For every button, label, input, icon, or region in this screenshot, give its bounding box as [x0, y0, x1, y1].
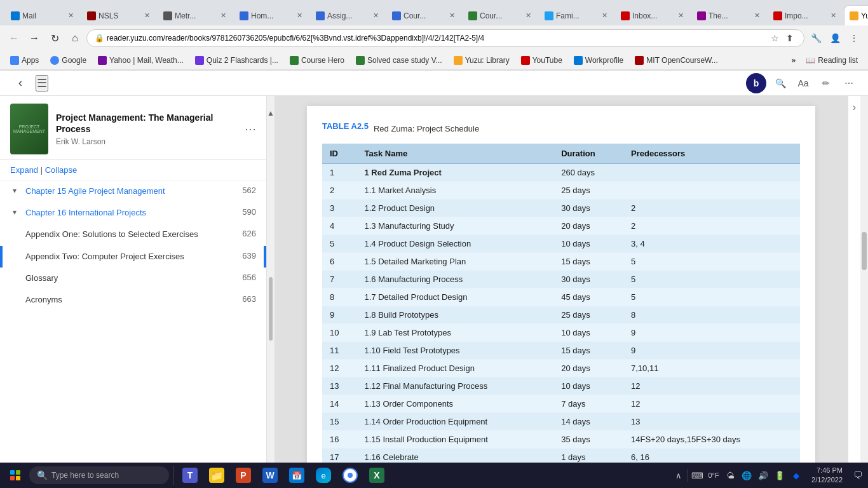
address-text: reader.yuzu.com/reader/books/97812607362…: [107, 34, 766, 43]
bookmark-quiz[interactable]: Quiz 2 Flashcards |...: [190, 55, 283, 66]
tab-close-metr[interactable]: ✕: [218, 11, 228, 21]
tab-nsls[interactable]: NSLS ✕: [81, 5, 158, 25]
taskbar-app-edge[interactable]: e: [311, 463, 336, 488]
reading-list-button[interactable]: 📖 Reading list: [801, 55, 863, 66]
calendar-icon: 📅: [289, 468, 304, 483]
bookmark-workprofile[interactable]: Workprofile: [569, 55, 628, 66]
apps-icon: [10, 56, 19, 65]
extensions-button[interactable]: 🔧: [807, 29, 825, 47]
sidebar-scrollbar[interactable]: ▲: [267, 96, 275, 488]
tab-yuzu[interactable]: Yuzu... ✕: [844, 5, 868, 25]
expand-link[interactable]: Expand: [10, 165, 38, 175]
tab-close-cour1[interactable]: ✕: [447, 11, 457, 21]
table-row: 3 1.2 Product Design 30 days 2: [322, 200, 800, 217]
back-button[interactable]: ←: [5, 29, 23, 47]
taskbar-app-explorer[interactable]: 📁: [204, 463, 229, 488]
tab-cour2[interactable]: Cour... ✕: [463, 5, 539, 25]
tab-close-fami[interactable]: ✕: [599, 11, 609, 21]
right-panel-toggle[interactable]: ›: [848, 101, 861, 114]
bookmarks-more-button[interactable]: »: [788, 55, 800, 66]
bookmark-youtube[interactable]: YouTube: [516, 55, 567, 66]
tab-close-inbox[interactable]: ✕: [675, 11, 686, 21]
tab-favicon-cour1: [392, 11, 401, 20]
tab-fami[interactable]: Fami... ✕: [539, 5, 615, 25]
scroll-up-arrow[interactable]: ▲: [267, 109, 275, 118]
bookmark-course-hero[interactable]: Course Hero: [285, 55, 349, 66]
battery-icon[interactable]: 🔋: [772, 468, 787, 483]
taskbar-search[interactable]: 🔍: [29, 466, 169, 484]
tab-close-impo[interactable]: ✕: [828, 11, 838, 21]
search-button[interactable]: 🔍: [771, 74, 789, 92]
tab-home[interactable]: Hom... ✕: [234, 5, 310, 25]
main-scrollbar[interactable]: [860, 96, 868, 488]
dropbox-icon[interactable]: ◆: [789, 468, 804, 483]
toc-page-ch16: 590: [242, 207, 256, 217]
network-icon[interactable]: 🌐: [739, 468, 754, 483]
address-bar[interactable]: 🔒 reader.yuzu.com/reader/books/978126073…: [86, 29, 804, 47]
toc-item-acronyms[interactable]: Acronyms 663: [0, 289, 266, 311]
chevron-up-icon[interactable]: ∧: [671, 468, 686, 483]
book-menu-button[interactable]: ⋯: [245, 122, 256, 136]
datetime-display[interactable]: 7:46 PM 2/12/2022: [806, 466, 848, 485]
tab-close-nsls[interactable]: ✕: [142, 11, 152, 21]
toc-item-glossary[interactable]: Glossary 656: [0, 268, 266, 289]
tab-cour1[interactable]: Cour... ✕: [386, 5, 463, 25]
bookmark-yuzu[interactable]: Yuzu: Library: [449, 55, 515, 66]
highlight-button[interactable]: ✏: [817, 74, 835, 92]
home-button[interactable]: ⌂: [66, 29, 84, 47]
toc-item-ch16[interactable]: ▾ Chapter 16 International Projects 590: [0, 202, 266, 224]
tab-close-cour2[interactable]: ✕: [523, 11, 533, 21]
bookmark-yahoo[interactable]: Yahoo | Mail, Weath...: [93, 55, 189, 66]
taskbar-app-calendar[interactable]: 📅: [284, 463, 309, 488]
toc-item-ch15[interactable]: ▾ Chapter 15 Agile Project Management 56…: [0, 180, 266, 202]
taskbar-app-teams[interactable]: T: [177, 463, 203, 488]
content-area[interactable]: TABLE A2.5 Red Zuma: Project Schedule ID…: [275, 96, 848, 488]
toc-item-app2[interactable]: Appendix Two: Computer Project Exercises…: [0, 246, 266, 268]
keyboard-icon[interactable]: ⌨: [689, 468, 705, 483]
tab-title-assig: Assig...: [327, 11, 368, 20]
taskbar-app-word[interactable]: W: [257, 463, 283, 488]
tab-assig[interactable]: Assig... ✕: [310, 5, 386, 25]
toc-item-app1[interactable]: Appendix One: Solutions to Selected Exer…: [0, 224, 266, 245]
collapse-link[interactable]: Collapse: [45, 165, 78, 175]
tab-favicon-inbox: [621, 11, 630, 20]
taskbar-app-chrome[interactable]: [337, 463, 363, 488]
bookmark-google[interactable]: Google: [45, 55, 92, 66]
taskbar-app-powerpoint[interactable]: P: [231, 463, 256, 488]
tab-close-the[interactable]: ✕: [752, 11, 762, 21]
tab-title-inbox: Inbox...: [632, 11, 673, 20]
taskbar-search-input[interactable]: [51, 471, 161, 480]
sidebar-scroll-thumb[interactable]: [269, 277, 273, 341]
reload-button[interactable]: ↻: [46, 29, 64, 47]
notification-button[interactable]: 🗨: [850, 468, 865, 483]
toc-page-acronyms: 663: [242, 294, 256, 304]
font-size-button[interactable]: Aa: [794, 74, 812, 92]
bookmark-mit[interactable]: MIT OpenCourseW...: [630, 55, 722, 66]
profile-button[interactable]: 👤: [826, 29, 844, 47]
settings-button[interactable]: ⋮: [845, 29, 863, 47]
tab-close-home[interactable]: ✕: [294, 11, 304, 21]
tab-mail[interactable]: Mail ✕: [5, 5, 81, 25]
tab-metr[interactable]: Metr... ✕: [158, 5, 234, 25]
reader-back-button[interactable]: ‹: [10, 73, 31, 93]
star-icon[interactable]: ☆: [768, 32, 781, 44]
taskbar-app-excel[interactable]: X: [364, 463, 390, 488]
start-button[interactable]: [3, 463, 28, 488]
tab-impo[interactable]: Impo... ✕: [768, 5, 844, 25]
taskbar-right: ∧ ⌨ 0°F 🌤 🌐 🔊 🔋 ◆ 7:46 PM 2/12/2022 🗨: [671, 466, 865, 485]
solved-icon: [356, 56, 365, 65]
main-scroll-thumb[interactable]: [862, 232, 867, 270]
hamburger-menu-button[interactable]: ☰: [36, 75, 48, 92]
bookmark-solved[interactable]: Solved case study V...: [351, 55, 447, 66]
weather-icon[interactable]: 🌤: [722, 468, 738, 483]
bookmark-apps[interactable]: Apps: [5, 55, 44, 66]
tab-the[interactable]: The... ✕: [691, 5, 768, 25]
more-options-button[interactable]: ⋯: [840, 74, 858, 92]
volume-icon[interactable]: 🔊: [756, 468, 771, 483]
tab-favicon-home: [240, 11, 248, 20]
share-icon[interactable]: ⬆: [783, 32, 796, 44]
tab-close-mail[interactable]: ✕: [65, 11, 76, 21]
tab-close-assig[interactable]: ✕: [370, 11, 381, 21]
tab-inbox[interactable]: Inbox... ✕: [615, 5, 691, 25]
forward-button[interactable]: →: [25, 29, 43, 47]
